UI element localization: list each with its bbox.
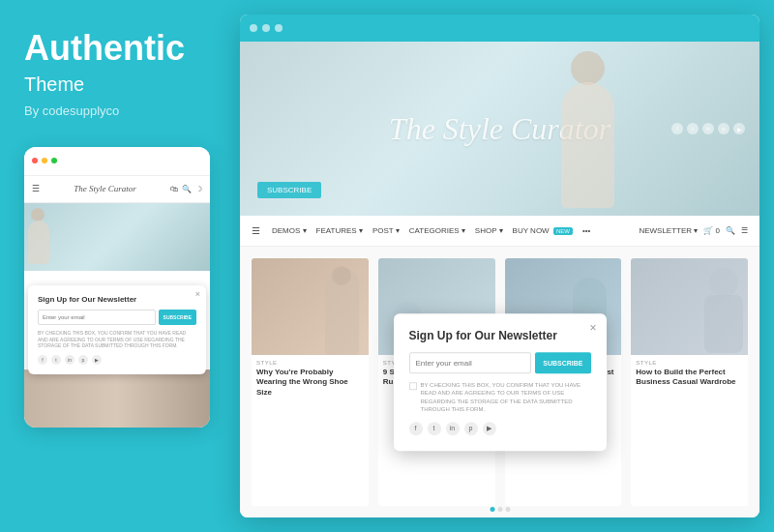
- mobile-mockup: ☰ The Style Curator 🛍 🔍 ☽ × Sign Up for …: [24, 147, 210, 428]
- desktop-hero: The Style Curator SUBSCRIBE f t in p ▶: [240, 42, 759, 216]
- desktop-email-input[interactable]: [409, 352, 532, 373]
- desktop-mockup: The Style Curator SUBSCRIBE f t in p ▶ ☰…: [240, 15, 759, 517]
- desktop-social-twitter[interactable]: t: [428, 422, 441, 435]
- mobile-newsletter-close-button[interactable]: ×: [195, 289, 200, 299]
- mobile-titlebar: [24, 147, 210, 176]
- desktop-navbar: ☰ DEMOS ▾ FEATURES ▾ POST ▾ CATEGORIES ▾…: [240, 216, 759, 247]
- desktop-hero-figure: [547, 42, 634, 216]
- mobile-newsletter-title: Sign Up for Our Newsletter: [38, 295, 196, 304]
- mobile-nav-icons: 🛍 🔍 ☽: [170, 185, 202, 193]
- article-label-1: STYLE: [252, 355, 369, 368]
- desktop-social-pinterest[interactable]: p: [464, 422, 478, 435]
- hero-social-twitter[interactable]: t: [687, 123, 699, 134]
- desktop-subscribe-button[interactable]: SUBSCRIBE: [535, 352, 590, 373]
- table-row: STYLE How to Build the Perfect Business …: [631, 258, 748, 506]
- mobile-newsletter-form: SUBSCRIBE: [38, 310, 196, 325]
- article-title-1: Why You're Probably Wearing the Wrong Sh…: [252, 368, 369, 402]
- theme-by: By codesupplyco: [24, 103, 208, 118]
- desktop-newsletter-checkbox-row: BY CHECKING THIS BOX, YOU CONFIRM THAT Y…: [409, 381, 591, 414]
- mobile-navbar: ☰ The Style Curator 🛍 🔍 ☽: [24, 176, 210, 203]
- desktop-navbar-right: NEWSLETTER ▾ 🛒 0 🔍 ☰: [639, 226, 748, 235]
- mobile-dot-green: [51, 158, 57, 163]
- desktop-titlebar: [240, 15, 759, 42]
- mobile-social-instagram[interactable]: in: [65, 355, 74, 365]
- nav-features[interactable]: FEATURES ▾: [316, 226, 363, 235]
- article-label-4: STYLE: [631, 355, 748, 368]
- pagination-dot-1[interactable]: [490, 507, 494, 512]
- nav-newsletter[interactable]: NEWSLETTER ▾: [639, 226, 698, 235]
- mobile-hero-image: [24, 203, 210, 271]
- desktop-social-youtube[interactable]: ▶: [483, 422, 496, 435]
- nav-demos[interactable]: DEMOS ▾: [272, 226, 307, 235]
- mobile-moon-icon: ☽: [195, 185, 202, 193]
- desktop-newsletter-close-button[interactable]: ×: [589, 321, 596, 335]
- mobile-dot-red: [32, 158, 38, 163]
- desktop-content-area: STYLE Why You're Probably Wearing the Wr…: [240, 247, 759, 517]
- desktop-newsletter-social: f t in p ▶: [409, 422, 591, 435]
- pagination-dot-3[interactable]: [505, 507, 510, 512]
- article-image-4: [631, 258, 748, 355]
- desktop-newsletter-form: SUBSCRIBE: [409, 352, 591, 373]
- table-row: STYLE Why You're Probably Wearing the Wr…: [252, 258, 369, 506]
- mobile-bag-icon: 🛍: [170, 185, 178, 193]
- nav-shop[interactable]: SHOP ▾: [475, 226, 503, 235]
- desktop-newsletter-terms: BY CHECKING THIS BOX, YOU CONFIRM THAT Y…: [421, 381, 591, 414]
- hero-social-pinterest[interactable]: p: [718, 123, 729, 134]
- mobile-nav-logo: The Style Curator: [74, 184, 136, 193]
- desktop-dot-3: [275, 24, 283, 32]
- mobile-subscribe-button[interactable]: SUBSCRIBE: [159, 310, 196, 325]
- mobile-dot-yellow: [42, 158, 47, 163]
- buy-now-badge: NEW: [553, 227, 573, 235]
- nav-cart[interactable]: 🛒 0: [703, 226, 720, 235]
- mobile-search-icon: 🔍: [182, 185, 192, 193]
- nav-buy-now[interactable]: BUY NOW NEW: [513, 226, 573, 235]
- desktop-social-facebook[interactable]: f: [409, 422, 423, 435]
- hero-social-facebook[interactable]: f: [671, 123, 683, 134]
- mobile-social-twitter[interactable]: t: [51, 355, 61, 365]
- nav-post[interactable]: POST ▾: [372, 226, 400, 235]
- desktop-dot-2: [262, 24, 270, 32]
- article-image-1: [252, 258, 369, 355]
- nav-search-icon[interactable]: 🔍: [726, 226, 735, 235]
- desktop-newsletter-popup: × Sign Up for Our Newsletter SUBSCRIBE B…: [394, 313, 607, 451]
- mobile-bottom-image: [24, 369, 210, 428]
- mobile-social-youtube[interactable]: ▶: [92, 355, 102, 365]
- pagination-dots: [490, 507, 510, 512]
- left-panel: Authentic Theme By codesupplyco ☰ The St…: [0, 0, 232, 532]
- mobile-social-pinterest[interactable]: p: [78, 355, 88, 365]
- hero-social-instagram[interactable]: in: [702, 123, 714, 134]
- nav-categories[interactable]: CATEGORIES ▾: [409, 226, 465, 235]
- hero-social-youtube[interactable]: ▶: [733, 123, 745, 134]
- theme-title: Authentic: [24, 28, 185, 68]
- desktop-navbar-items: DEMOS ▾ FEATURES ▾ POST ▾ CATEGORIES ▾ S…: [272, 226, 627, 235]
- desktop-newsletter-checkbox[interactable]: [409, 382, 417, 390]
- theme-subtitle: Theme: [24, 74, 208, 96]
- desktop-newsletter-title: Sign Up for Our Newsletter: [409, 329, 591, 342]
- mobile-social-facebook[interactable]: f: [38, 355, 47, 365]
- mobile-newsletter-social: f t in p ▶: [38, 355, 196, 365]
- pagination-dot-2[interactable]: [497, 507, 502, 512]
- article-title-4: How to Build the Perfect Business Casual…: [631, 368, 748, 393]
- desktop-dot-1: [250, 24, 257, 32]
- mobile-newsletter-popup: × Sign Up for Our Newsletter SUBSCRIBE B…: [28, 285, 206, 374]
- mobile-email-input[interactable]: [38, 310, 156, 325]
- mobile-newsletter-terms: BY CHECKING THIS BOX, YOU CONFIRM THAT Y…: [38, 330, 196, 349]
- desktop-hero-social: f t in p ▶: [671, 123, 745, 134]
- desktop-social-instagram[interactable]: in: [446, 422, 460, 435]
- hamburger-icon[interactable]: ☰: [252, 225, 260, 236]
- nav-more[interactable]: •••: [582, 226, 590, 235]
- desktop-hero-subscribe-button[interactable]: SUBSCRIBE: [257, 182, 321, 198]
- mobile-hero: [24, 203, 210, 271]
- nav-menu-icon[interactable]: ☰: [741, 226, 748, 235]
